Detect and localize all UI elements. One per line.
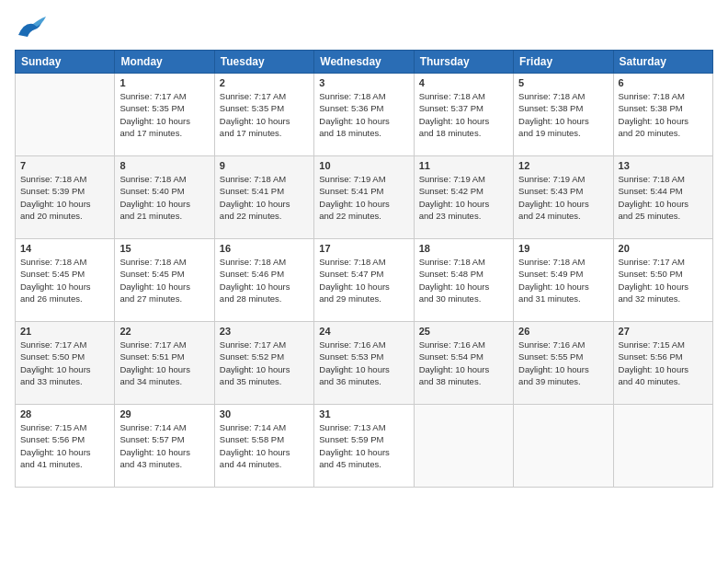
day-info: Sunrise: 7:18 AM Sunset: 5:47 PM Dayligh… — [319, 256, 408, 304]
day-info: Sunrise: 7:18 AM Sunset: 5:38 PM Dayligh… — [518, 90, 608, 139]
day-number: 3 — [319, 77, 408, 88]
day-info: Sunrise: 7:18 AM Sunset: 5:41 PM Dayligh… — [220, 173, 309, 222]
day-info: Sunrise: 7:14 AM Sunset: 5:57 PM Dayligh… — [119, 421, 209, 470]
day-info: Sunrise: 7:16 AM Sunset: 5:55 PM Dayligh… — [518, 339, 608, 387]
day-info: Sunrise: 7:18 AM Sunset: 5:45 PM Dayligh… — [20, 256, 109, 304]
day-number: 31 — [319, 408, 408, 419]
day-number: 16 — [220, 243, 309, 254]
day-info: Sunrise: 7:17 AM Sunset: 5:50 PM Dayligh… — [20, 339, 109, 387]
calendar-cell: 28Sunrise: 7:15 AM Sunset: 5:56 PM Dayli… — [16, 405, 115, 488]
calendar-cell: 31Sunrise: 7:13 AM Sunset: 5:59 PM Dayli… — [314, 405, 414, 488]
calendar-cell: 4Sunrise: 7:18 AM Sunset: 5:37 PM Daylig… — [414, 74, 513, 156]
calendar-cell: 29Sunrise: 7:14 AM Sunset: 5:57 PM Dayli… — [115, 405, 214, 488]
day-number: 30 — [220, 408, 309, 419]
day-info: Sunrise: 7:18 AM Sunset: 5:39 PM Dayligh… — [20, 173, 109, 222]
day-info: Sunrise: 7:14 AM Sunset: 5:58 PM Dayligh… — [220, 421, 309, 470]
day-info: Sunrise: 7:15 AM Sunset: 5:56 PM Dayligh… — [619, 339, 708, 387]
logo — [15, 15, 51, 40]
day-info: Sunrise: 7:18 AM Sunset: 5:38 PM Dayligh… — [619, 90, 708, 139]
calendar-cell: 8Sunrise: 7:18 AM Sunset: 5:40 PM Daylig… — [115, 156, 214, 239]
calendar-cell — [613, 405, 712, 488]
day-number: 26 — [518, 326, 608, 337]
day-header-sunday: Sunday — [16, 51, 115, 74]
day-info: Sunrise: 7:19 AM Sunset: 5:43 PM Dayligh… — [518, 173, 608, 222]
day-number: 29 — [119, 408, 209, 419]
day-info: Sunrise: 7:13 AM Sunset: 5:59 PM Dayligh… — [319, 421, 408, 470]
calendar-cell: 17Sunrise: 7:18 AM Sunset: 5:47 PM Dayli… — [314, 239, 414, 322]
day-number: 4 — [419, 77, 508, 88]
calendar-cell: 14Sunrise: 7:18 AM Sunset: 5:45 PM Dayli… — [16, 239, 115, 322]
day-number: 21 — [20, 326, 109, 337]
day-info: Sunrise: 7:16 AM Sunset: 5:53 PM Dayligh… — [319, 339, 408, 387]
day-number: 27 — [619, 326, 708, 337]
calendar-week-row: 14Sunrise: 7:18 AM Sunset: 5:45 PM Dayli… — [16, 239, 713, 322]
day-number: 10 — [319, 160, 408, 171]
day-number: 28 — [20, 408, 109, 419]
calendar-cell: 16Sunrise: 7:18 AM Sunset: 5:46 PM Dayli… — [214, 239, 313, 322]
calendar-cell: 30Sunrise: 7:14 AM Sunset: 5:58 PM Dayli… — [214, 405, 313, 488]
day-header-tuesday: Tuesday — [214, 51, 313, 74]
day-number: 24 — [319, 326, 408, 337]
calendar-cell: 12Sunrise: 7:19 AM Sunset: 5:43 PM Dayli… — [514, 156, 613, 239]
day-number: 7 — [20, 160, 109, 171]
day-number: 18 — [419, 243, 508, 254]
day-header-monday: Monday — [115, 51, 214, 74]
day-number: 17 — [319, 243, 408, 254]
day-header-saturday: Saturday — [613, 51, 712, 74]
day-info: Sunrise: 7:17 AM Sunset: 5:50 PM Dayligh… — [619, 256, 708, 304]
calendar-cell: 11Sunrise: 7:19 AM Sunset: 5:42 PM Dayli… — [414, 156, 513, 239]
calendar-table: SundayMondayTuesdayWednesdayThursdayFrid… — [15, 50, 713, 488]
day-info: Sunrise: 7:18 AM Sunset: 5:45 PM Dayligh… — [119, 256, 209, 304]
calendar-cell — [514, 405, 613, 488]
calendar-header-row: SundayMondayTuesdayWednesdayThursdayFrid… — [16, 51, 713, 74]
logo-bird-icon — [15, 15, 48, 40]
day-info: Sunrise: 7:18 AM Sunset: 5:40 PM Dayligh… — [119, 173, 209, 222]
calendar-cell: 5Sunrise: 7:18 AM Sunset: 5:38 PM Daylig… — [514, 74, 613, 156]
day-info: Sunrise: 7:18 AM Sunset: 5:44 PM Dayligh… — [619, 173, 708, 222]
day-header-thursday: Thursday — [414, 51, 513, 74]
calendar-cell: 21Sunrise: 7:17 AM Sunset: 5:50 PM Dayli… — [16, 322, 115, 405]
day-number: 15 — [119, 243, 209, 254]
calendar-cell: 22Sunrise: 7:17 AM Sunset: 5:51 PM Dayli… — [115, 322, 214, 405]
day-info: Sunrise: 7:18 AM Sunset: 5:37 PM Dayligh… — [419, 90, 508, 139]
calendar-cell: 18Sunrise: 7:18 AM Sunset: 5:48 PM Dayli… — [414, 239, 513, 322]
day-info: Sunrise: 7:19 AM Sunset: 5:41 PM Dayligh… — [319, 173, 408, 222]
calendar-cell: 13Sunrise: 7:18 AM Sunset: 5:44 PM Dayli… — [613, 156, 712, 239]
day-info: Sunrise: 7:16 AM Sunset: 5:54 PM Dayligh… — [419, 339, 508, 387]
calendar-cell: 15Sunrise: 7:18 AM Sunset: 5:45 PM Dayli… — [115, 239, 214, 322]
day-header-wednesday: Wednesday — [314, 51, 414, 74]
calendar-cell: 25Sunrise: 7:16 AM Sunset: 5:54 PM Dayli… — [414, 322, 513, 405]
day-number: 6 — [619, 77, 708, 88]
calendar-week-row: 28Sunrise: 7:15 AM Sunset: 5:56 PM Dayli… — [16, 405, 713, 488]
calendar-week-row: 21Sunrise: 7:17 AM Sunset: 5:50 PM Dayli… — [16, 322, 713, 405]
calendar-cell: 27Sunrise: 7:15 AM Sunset: 5:56 PM Dayli… — [613, 322, 712, 405]
calendar-cell: 20Sunrise: 7:17 AM Sunset: 5:50 PM Dayli… — [613, 239, 712, 322]
day-number: 20 — [619, 243, 708, 254]
calendar-cell: 2Sunrise: 7:17 AM Sunset: 5:35 PM Daylig… — [214, 74, 313, 156]
day-info: Sunrise: 7:19 AM Sunset: 5:42 PM Dayligh… — [419, 173, 508, 222]
calendar-cell: 1Sunrise: 7:17 AM Sunset: 5:35 PM Daylig… — [115, 74, 214, 156]
day-number: 13 — [619, 160, 708, 171]
calendar-cell: 24Sunrise: 7:16 AM Sunset: 5:53 PM Dayli… — [314, 322, 414, 405]
header — [15, 15, 713, 40]
day-number: 11 — [419, 160, 508, 171]
day-info: Sunrise: 7:18 AM Sunset: 5:46 PM Dayligh… — [220, 256, 309, 304]
calendar-cell: 19Sunrise: 7:18 AM Sunset: 5:49 PM Dayli… — [514, 239, 613, 322]
calendar-cell: 7Sunrise: 7:18 AM Sunset: 5:39 PM Daylig… — [16, 156, 115, 239]
day-info: Sunrise: 7:17 AM Sunset: 5:35 PM Dayligh… — [220, 90, 309, 139]
page: SundayMondayTuesdayWednesdayThursdayFrid… — [0, 0, 728, 563]
day-info: Sunrise: 7:18 AM Sunset: 5:48 PM Dayligh… — [419, 256, 508, 304]
day-number: 25 — [419, 326, 508, 337]
day-info: Sunrise: 7:18 AM Sunset: 5:36 PM Dayligh… — [319, 90, 408, 139]
day-number: 1 — [119, 77, 209, 88]
day-number: 23 — [220, 326, 309, 337]
calendar-week-row: 7Sunrise: 7:18 AM Sunset: 5:39 PM Daylig… — [16, 156, 713, 239]
day-number: 2 — [220, 77, 309, 88]
calendar-cell — [414, 405, 513, 488]
day-number: 8 — [119, 160, 209, 171]
day-info: Sunrise: 7:18 AM Sunset: 5:49 PM Dayligh… — [518, 256, 608, 304]
day-header-friday: Friday — [514, 51, 613, 74]
day-number: 5 — [518, 77, 608, 88]
calendar-cell: 6Sunrise: 7:18 AM Sunset: 5:38 PM Daylig… — [613, 74, 712, 156]
day-number: 12 — [518, 160, 608, 171]
